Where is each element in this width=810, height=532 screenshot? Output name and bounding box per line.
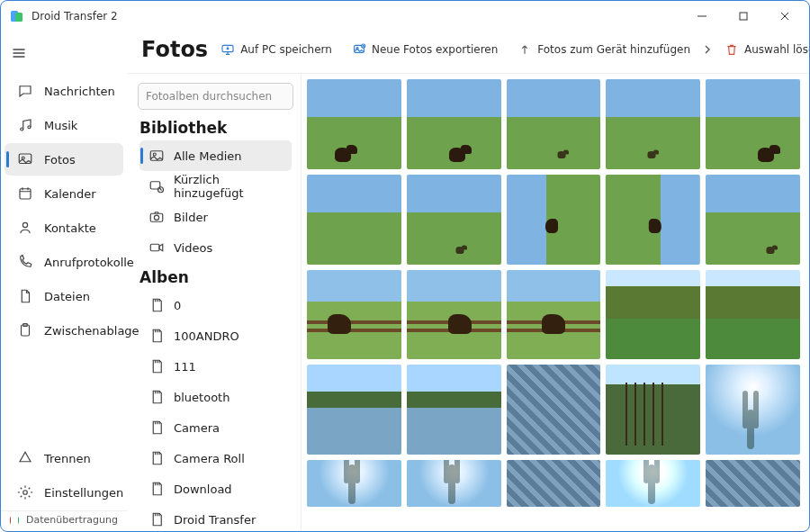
photo-thumbnail[interactable]: [307, 175, 401, 265]
photo-thumbnail[interactable]: [407, 79, 501, 169]
photo-thumbnail[interactable]: [706, 79, 800, 169]
photo-icon: [17, 151, 33, 167]
svg-point-8: [22, 222, 27, 227]
photo-thumbnail[interactable]: [606, 79, 700, 169]
nav-item-messages[interactable]: Nachrichten: [4, 75, 123, 107]
tool-add-to-device[interactable]: Fotos zum Gerät hinzufügen: [510, 35, 698, 64]
svg-point-18: [153, 153, 156, 156]
nav-item-files[interactable]: Dateien: [4, 280, 123, 312]
photo-thumbnail[interactable]: [407, 270, 501, 360]
album-item[interactable]: Download: [140, 473, 292, 504]
titlebar: Droid Transfer 2: [1, 1, 809, 32]
photo-thumbnail[interactable]: [606, 175, 700, 265]
nav-label: Zwischenablage: [44, 324, 140, 338]
photo-thumbnail[interactable]: [307, 460, 401, 507]
photo-thumbnail[interactable]: [407, 365, 501, 455]
section-library-title: Bibliothek: [140, 119, 293, 137]
album-label: Droid Transfer: [174, 513, 256, 527]
svg-point-3: [21, 128, 23, 131]
photo-thumbnail[interactable]: [507, 79, 601, 169]
photo-thumbnail[interactable]: [706, 460, 800, 507]
nav-label: Anrufprotokolle: [44, 256, 134, 269]
album-item[interactable]: Droid Transfer: [140, 504, 292, 532]
section-albums-title: Alben: [140, 268, 293, 286]
tool-save-pc[interactable]: Auf PC speichern: [213, 35, 339, 64]
nav-item-settings[interactable]: Einstellungen: [4, 476, 123, 509]
library-item-all[interactable]: Alle Medien: [140, 140, 292, 171]
tool-export-new[interactable]: Neue Fotos exportieren: [345, 35, 505, 64]
trash-icon: [724, 42, 739, 57]
status-text: Datenübertragung: [26, 514, 118, 526]
svg-point-11: [23, 491, 28, 495]
nav-item-disconnect[interactable]: Trennen: [4, 442, 123, 474]
photo-thumbnail[interactable]: [307, 270, 401, 360]
nav-label: Fotos: [44, 153, 76, 167]
nav-item-clipboard[interactable]: Zwischenablage: [4, 314, 123, 347]
svg-rect-7: [20, 189, 31, 199]
album-label: Camera: [174, 421, 220, 435]
photo-thumbnail[interactable]: [407, 460, 501, 507]
nav-label: Musik: [44, 119, 77, 132]
save-pc-icon: [220, 42, 235, 57]
recent-icon: [148, 178, 165, 194]
nav-item-music[interactable]: Musik: [4, 109, 123, 141]
status-dot-red: [10, 517, 11, 524]
album-label: bluetooth: [174, 391, 230, 404]
svg-point-4: [28, 126, 31, 129]
window-close-button[interactable]: [764, 2, 806, 31]
library-item-images[interactable]: Bilder: [140, 202, 292, 232]
photo-thumbnail[interactable]: [307, 79, 401, 169]
album-item[interactable]: 100ANDRO: [140, 320, 292, 351]
library-label: Kürzlich hinzugefügt: [174, 173, 286, 200]
photo-thumbnail[interactable]: [706, 175, 800, 265]
photo-thumbnail[interactable]: [706, 270, 800, 360]
nav-label: Kontakte: [44, 221, 96, 235]
sdcard-icon: [148, 450, 165, 466]
photo-thumbnail[interactable]: [706, 365, 800, 455]
photo-thumbnail[interactable]: [507, 175, 601, 265]
photo-gallery[interactable]: [302, 74, 809, 532]
nav-item-calendar[interactable]: Kalender: [4, 177, 123, 210]
library-item-videos[interactable]: Videos: [140, 232, 292, 263]
toolbar-overflow[interactable]: [703, 35, 712, 64]
album-item[interactable]: 111: [140, 351, 292, 382]
sdcard-icon: [148, 389, 165, 405]
photo-thumbnail[interactable]: [307, 365, 401, 455]
tool-label: Fotos zum Gerät hinzufügen: [537, 43, 690, 56]
album-item[interactable]: Camera: [140, 412, 292, 443]
album-search-input[interactable]: Fotoalben durchsuchen: [138, 83, 293, 110]
nav-item-contacts[interactable]: Kontakte: [4, 212, 123, 244]
nav-item-photos[interactable]: Fotos: [4, 143, 123, 176]
nav-item-calllogs[interactable]: Anrufprotokolle: [4, 246, 123, 278]
file-icon: [17, 288, 33, 304]
calendar-icon: [17, 185, 33, 202]
album-label: Camera Roll: [174, 452, 245, 465]
photo-thumbnail[interactable]: [606, 270, 700, 360]
svg-rect-2: [740, 13, 747, 20]
hamburger-button[interactable]: [1, 37, 37, 69]
sdcard-icon: [148, 419, 165, 436]
library-item-recent[interactable]: Kürzlich hinzugefügt: [140, 171, 292, 202]
photo-thumbnail[interactable]: [507, 270, 601, 360]
album-label: 100ANDRO: [174, 329, 239, 343]
music-icon: [17, 117, 33, 133]
photo-thumbnail[interactable]: [606, 365, 700, 455]
photo-thumbnail[interactable]: [606, 460, 700, 507]
message-icon: [17, 83, 33, 99]
status-bar: Datenübertragung: [1, 510, 127, 528]
window-minimize-button[interactable]: [681, 2, 723, 31]
album-sidebar: Fotoalben durchsuchen Bibliothek Alle Me…: [127, 74, 302, 532]
disconnect-icon: [17, 450, 33, 466]
nav-label: Nachrichten: [44, 85, 115, 98]
album-item[interactable]: bluetooth: [140, 382, 292, 412]
window-maximize-button[interactable]: [723, 2, 764, 31]
photo-thumbnail[interactable]: [507, 460, 601, 507]
photo-thumbnail[interactable]: [507, 365, 601, 455]
tool-delete-selection[interactable]: Auswahl löschen: [717, 35, 810, 64]
album-item[interactable]: Camera Roll: [140, 443, 292, 473]
library-label: Bilder: [174, 211, 208, 224]
svg-point-22: [154, 215, 158, 220]
tool-label: Auswahl löschen: [744, 43, 810, 56]
album-item[interactable]: 0: [140, 290, 292, 320]
photo-thumbnail[interactable]: [407, 175, 501, 265]
